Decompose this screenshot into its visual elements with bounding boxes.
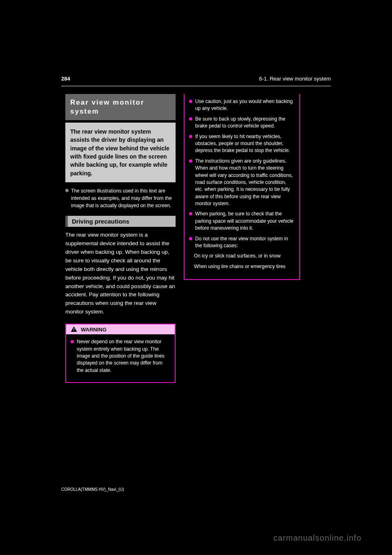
bullet-icon [189, 212, 192, 215]
warning-item: Be sure to back up slowly, depressing th… [189, 116, 295, 130]
warning-item: Never depend on the rear view monitor sy… [71, 338, 170, 374]
warning-text: The instructions given are only guidelin… [195, 158, 295, 208]
warning-item: When parking, be sure to check that the … [189, 210, 295, 232]
warning-body-left: Never depend on the rear view monitor sy… [66, 334, 175, 382]
svg-rect-0 [74, 328, 74, 330]
warning-box-right: Use caution, just as you would when back… [184, 94, 300, 280]
warning-label: WARNING [81, 327, 107, 333]
warning-text: Never depend on the rear view monitor sy… [77, 338, 170, 374]
header-divider [61, 86, 331, 86]
warning-text: Do not use the rear view monitor system … [195, 235, 295, 250]
section-intro: The rear view monitor system assists the… [65, 123, 176, 182]
warning-box-left: WARNING Never depend on the rear view mo… [65, 324, 176, 383]
bullet-icon [189, 135, 192, 138]
warning-text: If you seem likely to hit nearby vehicle… [195, 133, 295, 154]
warning-subitem: When using tire chains or emergency tire… [194, 263, 295, 270]
bullet-icon [189, 159, 192, 163]
bullet-icon [189, 100, 192, 103]
bullet-icon [189, 117, 192, 121]
right-column: Use caution, just as you would when back… [184, 94, 300, 383]
warning-item: If you seem likely to hit nearby vehicle… [189, 133, 295, 154]
subsection-body: The rear view monitor system is a supple… [65, 231, 176, 316]
chapter-label: 6-1. Rear view monitor system [259, 76, 331, 82]
warning-item: The instructions given are only guidelin… [189, 158, 295, 208]
bullet-icon [65, 189, 69, 192]
warning-item: Do not use the rear view monitor system … [189, 235, 295, 250]
note-item: The screen illustrations used in this te… [65, 187, 176, 209]
watermark: carmanualsonline.info [273, 533, 361, 543]
left-column: Rear view monitor system The rear view m… [65, 94, 176, 383]
note-text: The screen illustrations used in this te… [71, 187, 176, 209]
warning-icon [70, 326, 78, 333]
warning-header: WARNING [66, 324, 175, 334]
warning-text: Be sure to back up slowly, depressing th… [195, 116, 295, 130]
warning-subitem: On icy or slick road surfaces, or in sno… [194, 253, 295, 260]
warning-text: On icy or slick road surfaces, or in sno… [194, 253, 281, 260]
model-footer: COROLLA(TMMMS HV)_Navi_(U) [61, 487, 124, 492]
section-title: Rear view monitor system [65, 94, 176, 120]
bullet-icon [71, 340, 74, 343]
warning-item: Use caution, just as you would when back… [189, 98, 295, 112]
bullet-icon [189, 237, 192, 240]
warning-text: When parking, be sure to check that the … [195, 210, 295, 232]
page-number: 284 [61, 76, 70, 82]
subsection-title: Driving precautions [65, 216, 176, 227]
warning-text: When using tire chains or emergency tire… [194, 263, 285, 270]
svg-rect-1 [74, 331, 74, 331]
note-list: The screen illustrations used in this te… [65, 187, 176, 209]
warning-text: Use caution, just as you would when back… [195, 98, 295, 112]
content-area: Rear view monitor system The rear view m… [65, 94, 300, 383]
page-header: 284 6-1. Rear view monitor system [61, 76, 331, 84]
